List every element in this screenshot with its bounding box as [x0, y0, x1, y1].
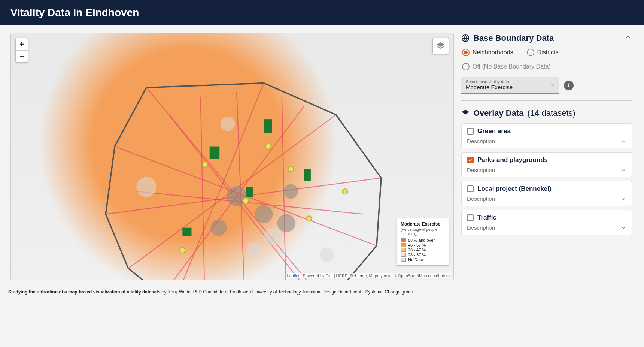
- overlay-checkbox[interactable]: [467, 185, 474, 192]
- layers-button[interactable]: [432, 38, 449, 54]
- info-button[interactable]: i: [564, 81, 574, 90]
- overlay-count-wrap: (14 datasets): [528, 108, 575, 118]
- svg-rect-11: [210, 147, 220, 159]
- esri-link[interactable]: Esri: [326, 274, 333, 278]
- svg-point-18: [277, 214, 295, 232]
- select-label: Select base vitality data: [466, 79, 554, 84]
- legend-label: 48 - 57 %: [408, 243, 426, 247]
- legend-swatch: [401, 243, 406, 247]
- svg-point-20: [283, 184, 298, 199]
- chevron-down-icon: [620, 196, 626, 202]
- svg-point-33: [180, 248, 185, 253]
- footer-rest: by Kenji Wada: PhD Candidate at Eindhove…: [161, 289, 413, 295]
- boundary-radio[interactable]: Off (No Base Boundary Data): [462, 63, 551, 70]
- overlay-item: Local project (Bennekel)Description: [461, 181, 632, 206]
- overlay-checkbox[interactable]: [467, 214, 474, 221]
- legend-swatch: [401, 258, 406, 262]
- boundary-section-header: Base Boundary Data: [461, 33, 632, 43]
- leaflet-link[interactable]: Leaflet: [287, 274, 300, 278]
- overlay-label: Local project (Bennekel): [477, 185, 551, 193]
- description-label: Description: [467, 196, 495, 202]
- dropdown-arrow-icon: [550, 82, 555, 89]
- svg-point-17: [255, 205, 273, 223]
- svg-point-28: [288, 166, 294, 172]
- svg-line-9: [201, 97, 205, 280]
- chevron-down-icon: [620, 138, 626, 144]
- map-container[interactable]: + − Moderate Exercise (Percentage of peo…: [10, 33, 454, 280]
- boundary-title: Base Boundary Data: [473, 33, 554, 43]
- app-header: Vitality Data in Eindhoven: [0, 0, 644, 25]
- chevron-down-icon: [620, 167, 626, 173]
- svg-point-24: [221, 117, 235, 131]
- boundary-radio-group: NeighborhoodsDistrictsOff (No Base Bound…: [461, 49, 632, 70]
- sidebar: Base Boundary Data NeighborhoodsDistrict…: [461, 33, 634, 280]
- svg-point-26: [202, 162, 207, 167]
- legend-label: 28 - 37 %: [408, 253, 426, 257]
- svg-point-25: [320, 248, 334, 262]
- layers-stack-icon: [461, 109, 470, 117]
- description-label: Description: [467, 224, 495, 231]
- check-icon: [468, 158, 473, 162]
- overlay-checkbox[interactable]: [467, 128, 474, 135]
- legend-row: 48 - 57 %: [401, 243, 445, 247]
- svg-rect-12: [264, 119, 272, 133]
- radio-icon: [527, 49, 534, 56]
- main-layout: + − Moderate Exercise (Percentage of peo…: [0, 25, 644, 283]
- overlay-description-row[interactable]: Description: [467, 224, 626, 231]
- legend-row: 28 - 37 %: [401, 253, 445, 257]
- overlay-item: Green areaDescription: [461, 123, 632, 148]
- svg-point-16: [227, 186, 247, 206]
- globe-icon: [461, 34, 470, 42]
- svg-point-19: [210, 220, 227, 236]
- description-label: Description: [467, 138, 495, 144]
- overlay-description-row[interactable]: Description: [467, 167, 626, 173]
- page-title: Vitality Data in Eindhoven: [10, 7, 634, 19]
- vitality-select[interactable]: Select base vitality data Moderate Exerc…: [461, 77, 559, 94]
- overlay-title: Overlay Data: [473, 108, 524, 118]
- zoom-control: + −: [15, 38, 28, 63]
- footer-bold: Studying the utilization of a map-based …: [8, 289, 161, 295]
- radio-icon: [462, 63, 470, 70]
- legend-title: Moderate Exercise: [401, 221, 445, 227]
- svg-line-0: [146, 88, 327, 280]
- svg-point-22: [247, 242, 263, 258]
- svg-point-29: [243, 198, 248, 203]
- chevron-up-icon: [624, 33, 632, 41]
- vitality-select-row: Select base vitality data Moderate Exerc…: [461, 77, 632, 94]
- map-attribution: Leaflet | Powered by Esri | HERE, DeLorm…: [286, 273, 451, 278]
- overlay-description-row[interactable]: Description: [467, 196, 626, 202]
- svg-point-27: [265, 144, 271, 149]
- legend-label: 38 - 47 %: [408, 248, 426, 252]
- legend-row: No Data: [401, 257, 445, 262]
- radio-label: Off (No Base Boundary Data): [473, 63, 551, 70]
- svg-point-32: [342, 189, 347, 194]
- legend-swatch: [401, 253, 406, 257]
- legend-row: 38 - 47 %: [401, 248, 445, 252]
- legend-row: 58 % and over: [401, 238, 445, 242]
- legend-swatch: [401, 238, 406, 242]
- overlay-points: [136, 117, 347, 280]
- radio-label: Districts: [537, 49, 559, 56]
- description-label: Description: [467, 167, 495, 173]
- overlay-description-row[interactable]: Description: [467, 138, 626, 144]
- boundary-radio[interactable]: Neighborhoods: [462, 49, 513, 56]
- overlay-label: Parks and playgrounds: [477, 156, 548, 164]
- boundary-radio[interactable]: Districts: [527, 49, 559, 56]
- legend-label: 58 % and over: [408, 238, 435, 242]
- section-divider: [461, 100, 632, 101]
- zoom-in-button[interactable]: +: [16, 38, 28, 50]
- overlay-label: Green area: [477, 127, 511, 135]
- radio-icon: [462, 49, 470, 56]
- svg-rect-13: [246, 187, 253, 197]
- select-value: Moderate Exercise: [466, 84, 554, 90]
- layers-icon: [436, 42, 445, 51]
- overlay-checkbox[interactable]: [467, 157, 474, 163]
- svg-rect-15: [182, 228, 191, 236]
- zoom-out-button[interactable]: −: [16, 50, 28, 62]
- overlay-label: Traffic: [477, 214, 496, 221]
- legend-swatch: [401, 248, 406, 252]
- radio-label: Neighborhoods: [473, 49, 513, 56]
- collapse-boundary-button[interactable]: [624, 33, 632, 43]
- svg-point-30: [306, 216, 312, 221]
- svg-point-21: [136, 177, 156, 197]
